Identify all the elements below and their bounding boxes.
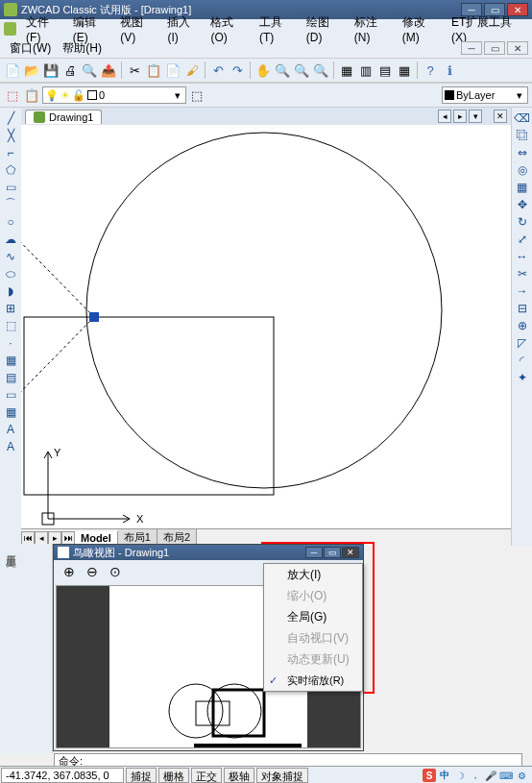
hatch-icon[interactable]: ▦ (2, 352, 19, 368)
xline-icon[interactable]: ╳ (2, 127, 19, 143)
ctx-zoom-in[interactable]: 放大(I) (264, 564, 362, 585)
offset-icon[interactable]: ◎ (514, 161, 531, 178)
publish-icon[interactable]: 📤 (100, 61, 117, 79)
redo-icon[interactable]: ↷ (229, 61, 246, 79)
spline-icon[interactable]: ∿ (2, 248, 19, 264)
revcloud-icon[interactable]: ☁ (2, 231, 19, 247)
help-icon[interactable]: ? (422, 61, 439, 79)
doc-tab[interactable]: Drawing1 (25, 110, 102, 124)
ime-punct-icon[interactable]: ， (469, 769, 482, 782)
circle-icon[interactable]: ○ (2, 213, 19, 230)
undo-icon[interactable]: ↶ (209, 61, 227, 79)
doc-restore-button[interactable]: ▭ (484, 41, 505, 55)
break-icon[interactable]: ⊟ (514, 300, 531, 316)
tab-next-icon[interactable]: ▸ (453, 110, 467, 123)
layer-prev-icon[interactable]: ⬚ (188, 86, 206, 104)
insert-icon[interactable]: ⊞ (2, 300, 19, 316)
rectangle-icon[interactable]: ▭ (2, 179, 19, 195)
pan-icon[interactable]: ✋ (254, 61, 272, 79)
layout-prev-icon[interactable]: ◂ (35, 531, 48, 545)
tab-menu-icon[interactable]: ▾ (469, 110, 482, 123)
drawing-canvas[interactable]: X Y (21, 125, 511, 528)
mtext-icon[interactable]: A (2, 421, 19, 437)
designcenter-icon[interactable]: ▥ (357, 61, 375, 79)
aerial-titlebar[interactable]: ✥ 鸟瞰视图 - Drawing1 ─ ▭ ✕ (54, 545, 363, 560)
line-icon[interactable]: ╱ (2, 110, 19, 126)
fillet-icon[interactable]: ◜ (514, 352, 531, 368)
dropdown-icon[interactable]: ▾ (172, 89, 183, 102)
aerial-maximize-button[interactable]: ▭ (324, 547, 341, 558)
pline-icon[interactable]: ⌐ (2, 144, 19, 160)
ime-lang-icon[interactable]: 中 (438, 769, 451, 782)
new-icon[interactable]: 📄 (4, 61, 21, 79)
menu-view[interactable]: 视图(V) (114, 12, 161, 46)
copy-icon[interactable]: 📋 (145, 61, 162, 79)
point-icon[interactable]: · (2, 334, 19, 351)
doc-close-button[interactable]: ✕ (507, 41, 528, 55)
menu-tools[interactable]: 工具(T) (254, 12, 301, 46)
aerial-close-button[interactable]: ✕ (342, 547, 359, 558)
aerial-minimize-button[interactable]: ─ (305, 547, 323, 558)
ellipsearc-icon[interactable]: ◗ (2, 282, 19, 299)
ime-keyboard-icon[interactable]: ⌨ (499, 769, 513, 782)
menu-dimension[interactable]: 标注(N) (349, 12, 397, 46)
table-icon[interactable]: ▦ (2, 404, 19, 420)
layout-last-icon[interactable]: ⏭ (61, 531, 75, 545)
cmdwindow-handle[interactable]: 显示历史 (0, 544, 53, 753)
menu-draw[interactable]: 绘图(D) (301, 12, 349, 46)
color-combo[interactable]: ByLayer ▾ (442, 86, 528, 104)
menu-insert[interactable]: 插入(I) (161, 12, 205, 46)
ctx-global[interactable]: 全局(G) (264, 606, 362, 627)
ortho-toggle[interactable]: 正交 (191, 768, 222, 783)
layout-first-icon[interactable]: ⏮ (21, 531, 35, 545)
menu-help[interactable]: 帮助(H) (57, 38, 108, 59)
region-icon[interactable]: ▭ (2, 386, 19, 403)
open-icon[interactable]: 📂 (23, 61, 40, 79)
layer-manager-icon[interactable]: ⬚ (4, 86, 21, 104)
dropdown-icon[interactable]: ▾ (514, 89, 525, 102)
properties-icon[interactable]: ▦ (338, 61, 355, 79)
tab-prev-icon[interactable]: ◂ (438, 110, 451, 123)
erase-icon[interactable]: ⌫ (514, 110, 531, 126)
stretch-icon[interactable]: ↔ (514, 248, 531, 264)
block-icon[interactable]: ⬚ (2, 317, 19, 333)
ctx-realtime-zoom[interactable]: ✓实时缩放(R) (264, 670, 362, 691)
paste-icon[interactable]: 📄 (164, 61, 181, 79)
ime-badge-icon[interactable]: S (423, 769, 436, 782)
ime-settings-icon[interactable]: ⚙ (515, 769, 528, 782)
calc-icon[interactable]: ▦ (396, 61, 413, 79)
ime-moon-icon[interactable]: ☽ (453, 769, 467, 782)
mirror-icon[interactable]: ⇔ (514, 144, 531, 160)
osnap-toggle[interactable]: 对象捕捉 (256, 768, 308, 783)
print-icon[interactable]: 🖨 (61, 61, 79, 79)
layout-tab-model[interactable]: Model (75, 531, 118, 545)
save-icon[interactable]: 💾 (42, 61, 60, 79)
arc-icon[interactable]: ⌒ (2, 196, 19, 212)
layout-next-icon[interactable]: ▸ (48, 531, 61, 545)
gradient-icon[interactable]: ▤ (2, 369, 19, 385)
snap-toggle[interactable]: 捕捉 (126, 768, 157, 783)
layer-combo[interactable]: 💡 ☀ 🔓 0 ▾ (42, 86, 186, 104)
zoom-out-icon[interactable]: ⊖ (83, 562, 102, 581)
trim-icon[interactable]: ✂ (514, 265, 531, 281)
layer-icon[interactable]: 📋 (23, 86, 40, 104)
matchprop-icon[interactable]: 🖌 (183, 61, 201, 79)
coordinates[interactable]: -41.3742, 367.0835, 0 (1, 768, 124, 783)
zoom-global-icon[interactable]: ⊙ (106, 562, 125, 581)
text-icon[interactable]: A (2, 438, 19, 454)
toolpalette-icon[interactable]: ▤ (376, 61, 394, 79)
tab-close-icon[interactable]: ✕ (494, 110, 507, 123)
doc-minimize-button[interactable]: ─ (461, 41, 482, 55)
ime-mic-icon[interactable]: 🎤 (484, 769, 497, 782)
info-icon[interactable]: ℹ (441, 61, 458, 79)
ellipse-icon[interactable]: ⬭ (2, 265, 19, 281)
cut-icon[interactable]: ✂ (126, 61, 143, 79)
menu-window[interactable]: 窗口(W) (4, 38, 57, 59)
array-icon[interactable]: ▦ (514, 179, 531, 195)
polygon-icon[interactable]: ⬠ (2, 161, 19, 178)
zoom-in-icon[interactable]: ⊕ (60, 562, 79, 581)
explode-icon[interactable]: ✦ (514, 369, 531, 385)
scale-icon[interactable]: ⤢ (514, 231, 531, 247)
copy-obj-icon[interactable]: ⿻ (514, 127, 531, 143)
zoom-window-icon[interactable]: 🔍 (293, 61, 310, 79)
